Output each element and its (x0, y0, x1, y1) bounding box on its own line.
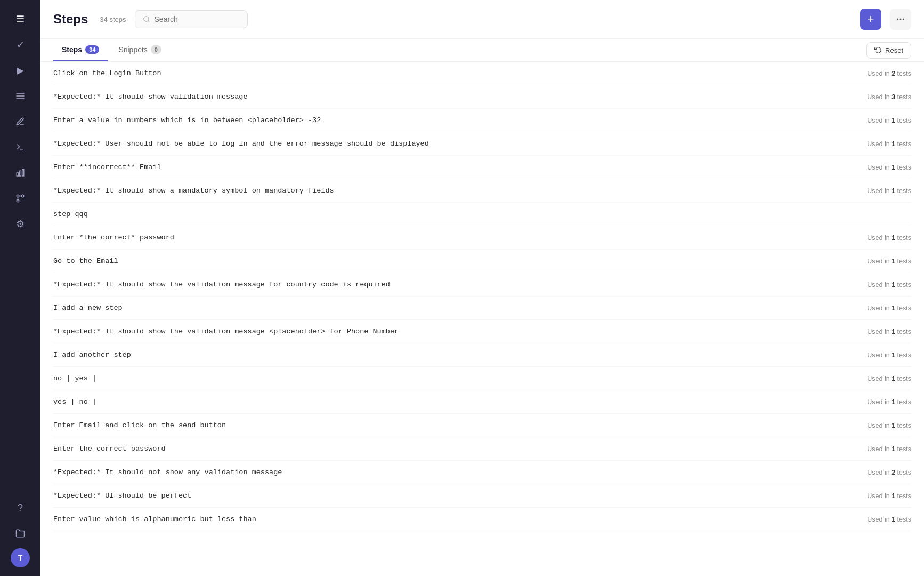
step-text: Enter **incorrect** Email (53, 163, 854, 171)
step-row[interactable]: Click on the Login ButtonUsed in 2 tests (53, 62, 911, 85)
step-usage: Used in 1 tests (867, 516, 911, 523)
svg-line-11 (148, 21, 149, 22)
step-row[interactable]: *Expected:* User should not be able to l… (53, 132, 911, 156)
avatar[interactable]: T (11, 548, 30, 567)
step-row[interactable]: *Expected:* It should not show any valid… (53, 461, 911, 484)
step-row[interactable]: Enter *the correct* passwordUsed in 1 te… (53, 226, 911, 250)
reset-button[interactable]: Reset (866, 42, 911, 59)
step-row[interactable]: yes | no |Used in 1 tests (53, 390, 911, 414)
step-row[interactable]: *Expected:* It should show the validatio… (53, 320, 911, 343)
step-row[interactable]: Enter the correct passwordUsed in 1 test… (53, 437, 911, 461)
step-text: I add another step (53, 351, 854, 359)
step-usage: Used in 1 tests (867, 140, 911, 148)
sidebar-item-chart[interactable] (10, 162, 31, 183)
step-row[interactable]: no | yes |Used in 1 tests (53, 367, 911, 390)
svg-rect-4 (17, 173, 18, 176)
step-row[interactable]: *Expected:* It should show validation me… (53, 85, 911, 109)
step-text: step qqq (53, 210, 911, 218)
step-usage: Used in 1 tests (867, 328, 911, 335)
search-box[interactable] (135, 10, 248, 28)
step-text: Enter value which is alphanumeric but le… (53, 515, 854, 523)
step-row[interactable]: I add a new stepUsed in 1 tests (53, 297, 911, 320)
step-text: yes | no | (53, 398, 854, 406)
step-text: Enter *the correct* password (53, 234, 854, 242)
step-text: *Expected:* It should show a mandatory s… (53, 187, 854, 195)
step-row[interactable]: Enter **incorrect** EmailUsed in 1 tests (53, 156, 911, 179)
step-usage: Used in 1 tests (867, 422, 911, 429)
tab-snippets-label: Snippets (118, 45, 147, 54)
step-usage: Used in 1 tests (867, 492, 911, 500)
step-text: *Expected:* UI should be perfect (53, 492, 854, 500)
page-subtitle: 34 steps (100, 15, 126, 23)
step-usage: Used in 2 tests (867, 469, 911, 476)
header: Steps 34 steps + (40, 0, 924, 39)
step-row[interactable]: *Expected:* It should show the validatio… (53, 273, 911, 297)
more-button[interactable] (890, 9, 911, 30)
tab-snippets[interactable]: Snippets 0 (110, 39, 170, 61)
steps-list: Click on the Login ButtonUsed in 2 tests… (40, 62, 924, 576)
sidebar-item-branch[interactable] (10, 188, 31, 209)
search-input[interactable] (155, 15, 240, 23)
step-text: *Expected:* It should show the validatio… (53, 281, 854, 289)
tab-steps-badge: 34 (85, 45, 99, 54)
sidebar-item-pen[interactable] (10, 111, 31, 132)
sidebar-item-folder[interactable] (10, 523, 31, 544)
page-title: Steps (53, 12, 88, 27)
step-usage: Used in 1 tests (867, 375, 911, 382)
svg-point-7 (17, 195, 19, 197)
step-row[interactable]: *Expected:* UI should be perfectUsed in … (53, 484, 911, 508)
step-text: no | yes | (53, 374, 854, 382)
step-usage: Used in 1 tests (867, 351, 911, 359)
sidebar-item-check[interactable]: ✓ (10, 34, 31, 55)
step-row[interactable]: step qqq (53, 203, 911, 226)
reset-icon (874, 46, 882, 54)
sidebar: ☰ ✓ ▶ ⚙ ? T (0, 0, 40, 576)
search-icon (143, 15, 150, 23)
sidebar-item-list[interactable] (10, 85, 31, 107)
tab-steps-label: Steps (62, 45, 82, 54)
step-row[interactable]: Enter Email and click on the send button… (53, 414, 911, 437)
step-usage: Used in 3 tests (867, 93, 911, 101)
step-text: *Expected:* It should not show any valid… (53, 468, 854, 476)
step-row[interactable]: Go to the EmailUsed in 1 tests (53, 250, 911, 273)
step-usage: Used in 1 tests (867, 187, 911, 195)
step-text: *Expected:* User should not be able to l… (53, 140, 854, 148)
svg-rect-6 (22, 169, 24, 176)
svg-point-13 (900, 19, 902, 20)
sidebar-item-terminal[interactable] (10, 137, 31, 158)
step-row[interactable]: I add another stepUsed in 1 tests (53, 343, 911, 367)
svg-point-8 (21, 195, 24, 197)
step-text: I add a new step (53, 304, 854, 312)
step-usage: Used in 1 tests (867, 398, 911, 406)
step-text: Enter the correct password (53, 445, 854, 453)
step-text: Click on the Login Button (53, 69, 854, 77)
step-usage: Used in 1 tests (867, 234, 911, 242)
step-usage: Used in 1 tests (867, 445, 911, 453)
svg-point-10 (143, 17, 148, 21)
tabs-bar: Steps 34 Snippets 0 Reset (40, 39, 924, 62)
sidebar-item-help[interactable]: ? (10, 497, 31, 518)
step-text: Enter Email and click on the send button (53, 421, 854, 429)
step-text: Enter a value in numbers which is in bet… (53, 116, 854, 124)
step-usage: Used in 1 tests (867, 117, 911, 124)
sidebar-item-play[interactable]: ▶ (10, 60, 31, 81)
step-row[interactable]: Enter value which is alphanumeric but le… (53, 508, 911, 531)
step-text: *Expected:* It should show validation me… (53, 93, 854, 101)
sidebar-item-gear[interactable]: ⚙ (10, 213, 31, 235)
tab-snippets-badge: 0 (151, 45, 161, 54)
add-button[interactable]: + (860, 9, 881, 30)
step-usage: Used in 2 tests (867, 70, 911, 77)
svg-point-14 (903, 19, 904, 20)
svg-rect-5 (20, 171, 21, 176)
step-usage: Used in 1 tests (867, 305, 911, 312)
sidebar-item-menu[interactable]: ☰ (10, 9, 31, 30)
step-usage: Used in 1 tests (867, 164, 911, 171)
svg-point-12 (897, 19, 898, 20)
step-text: Go to the Email (53, 257, 854, 265)
step-usage: Used in 1 tests (867, 258, 911, 265)
step-usage: Used in 1 tests (867, 281, 911, 289)
step-row[interactable]: *Expected:* It should show a mandatory s… (53, 179, 911, 203)
step-row[interactable]: Enter a value in numbers which is in bet… (53, 109, 911, 132)
main-content: Steps 34 steps + Steps 34 Snippets 0 Res… (40, 0, 924, 576)
tab-steps[interactable]: Steps 34 (53, 39, 108, 61)
